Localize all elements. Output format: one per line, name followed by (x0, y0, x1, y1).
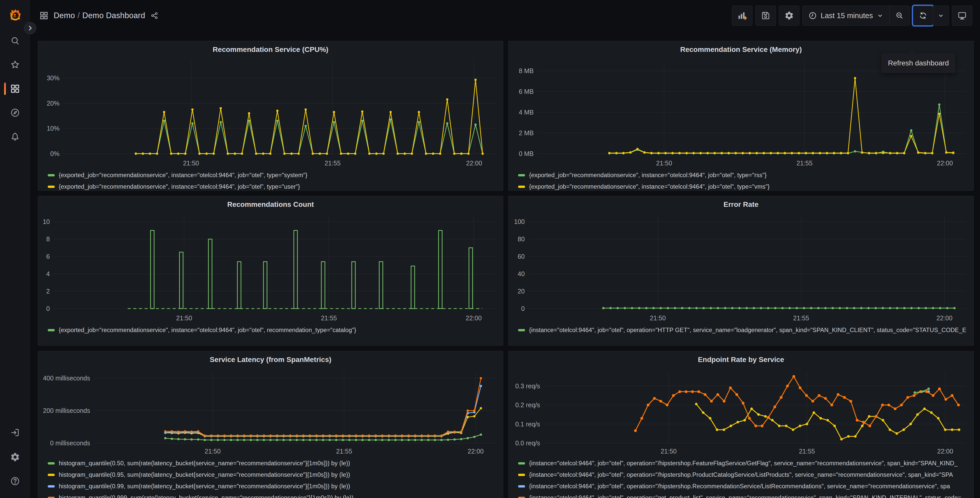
svg-text:21:50: 21:50 (650, 314, 666, 322)
legend-label: {exported_job="recommendationservice", i… (59, 183, 300, 190)
panel-title[interactable]: Recommendations Count (38, 196, 503, 212)
cycle-view-mode-button[interactable] (952, 6, 972, 26)
legend-label: histogram_quantile(0.99, sum(rate(latenc… (59, 483, 350, 490)
sidebar-expand-button[interactable] (24, 22, 36, 34)
time-series-chart[interactable]: 024681021:5021:5522:00 (38, 212, 503, 324)
legend-item[interactable]: {instance="otelcol:9464", job="otel", op… (518, 324, 974, 336)
svg-text:0 MB: 0 MB (519, 150, 534, 157)
panel-legend: histogram_quantile(0.50, sum(rate(latenc… (38, 458, 503, 498)
legend-label: {instance="otelcol:9464", job="otel", op… (529, 460, 958, 467)
svg-text:22:00: 22:00 (937, 314, 953, 322)
legend-label: histogram_quantile(0.999, sum(rate(laten… (59, 495, 353, 498)
sidebar-item-explore[interactable] (10, 108, 20, 118)
save-icon (761, 11, 770, 21)
svg-text:100: 100 (514, 218, 525, 225)
chevron-down-icon (937, 12, 945, 19)
sidebar-active-indicator (4, 83, 6, 95)
compass-icon (10, 108, 20, 118)
sidebar-item-starred[interactable] (10, 59, 20, 70)
svg-text:10%: 10% (47, 125, 59, 132)
sidebar-item-alerting[interactable] (10, 132, 20, 142)
sidebar-item-help[interactable] (10, 476, 20, 486)
add-panel-button[interactable] (732, 6, 752, 26)
legend-label: {instance="otelcol:9464", job="otel", op… (529, 327, 966, 334)
svg-text:0.2 req/s: 0.2 req/s (515, 401, 540, 409)
legend-item[interactable]: histogram_quantile(0.50, sum(rate(latenc… (48, 458, 503, 469)
legend-swatch-icon (518, 497, 525, 498)
svg-text:22:00: 22:00 (937, 448, 953, 455)
panel-legend: {exported_job="recommendationservice", i… (508, 169, 974, 191)
time-series-chart[interactable]: 0 milliseconds200 milliseconds400 millis… (38, 367, 503, 457)
share-dashboard-icon[interactable] (151, 12, 158, 19)
legend-item[interactable]: {instance="otelcol:9464", job="otel", op… (518, 492, 974, 498)
sidebar-item-search[interactable] (10, 36, 20, 46)
svg-text:2 MB: 2 MB (519, 129, 534, 137)
sidebar-item-configuration[interactable] (10, 452, 20, 462)
time-range-picker[interactable]: Last 15 minutes (803, 6, 889, 25)
dashboard-settings-button[interactable] (779, 6, 799, 26)
search-icon (10, 36, 20, 46)
svg-text:6: 6 (46, 253, 50, 260)
breadcrumb-page[interactable]: Demo Dashboard (82, 11, 145, 20)
time-series-chart[interactable]: 0 MB2 MB4 MB6 MB8 MB21:5021:5522:00 (508, 57, 974, 169)
panel-title[interactable]: Service Latency (from SpanMetrics) (38, 351, 503, 367)
panel-title[interactable]: Error Rate (508, 196, 974, 212)
monitor-icon (957, 11, 967, 21)
time-series-chart[interactable]: 0%10%20%30%21:5021:5522:00 (38, 57, 503, 169)
svg-text:4: 4 (46, 270, 50, 278)
legend-item[interactable]: histogram_quantile(0.95, sum(rate(latenc… (48, 469, 503, 480)
legend-label: {exported_job="recommendationservice", i… (59, 327, 356, 334)
legend-item[interactable]: {instance="otelcol:9464", job="otel", op… (518, 469, 974, 480)
sign-in-icon (10, 428, 20, 438)
zoom-out-icon (895, 11, 904, 20)
grafana-logo[interactable] (8, 8, 22, 22)
svg-text:21:55: 21:55 (336, 448, 352, 455)
svg-text:10: 10 (43, 218, 50, 225)
svg-text:21:55: 21:55 (325, 160, 341, 167)
legend-item[interactable]: {exported_job="recommendationservice", i… (518, 181, 974, 191)
save-dashboard-button[interactable] (756, 6, 776, 26)
legend-item[interactable]: {instance="otelcol:9464", job="otel", op… (518, 458, 974, 469)
legend-label: {exported_job="recommendationservice", i… (529, 172, 767, 179)
legend-item[interactable]: {exported_job="recommendationservice", i… (48, 324, 503, 336)
breadcrumb-section[interactable]: Demo (54, 11, 75, 20)
panel-legend: {instance="otelcol:9464", job="otel", op… (508, 458, 974, 498)
svg-text:21:55: 21:55 (321, 314, 337, 322)
legend-swatch-icon (48, 485, 55, 487)
legend-item[interactable]: {exported_job="recommendationservice", i… (48, 169, 503, 181)
zoom-out-time-button[interactable] (889, 6, 910, 25)
sidebar-item-dashboards[interactable] (10, 84, 20, 94)
panel-title[interactable]: Recommendation Service (CPU%) (38, 41, 503, 57)
legend-label: {exported_job="recommendationservice", i… (59, 172, 307, 179)
legend-item[interactable]: {exported_job="recommendationservice", i… (518, 169, 974, 181)
svg-text:22:00: 22:00 (937, 160, 953, 167)
legend-item[interactable]: {instance="otelcol:9464", job="otel", op… (518, 480, 974, 492)
svg-text:22:00: 22:00 (466, 160, 482, 167)
legend-item[interactable]: histogram_quantile(0.99, sum(rate(latenc… (48, 480, 503, 492)
svg-text:0: 0 (46, 305, 50, 312)
legend-swatch-icon (48, 474, 55, 476)
legend-swatch-icon (48, 497, 55, 498)
refresh-dashboard-button[interactable] (913, 6, 933, 25)
svg-text:400 milliseconds: 400 milliseconds (43, 375, 90, 381)
legend-swatch-icon (48, 174, 55, 176)
svg-text:30%: 30% (47, 74, 59, 81)
time-series-chart[interactable]: 02040608010021:5021:5522:00 (508, 212, 974, 324)
sidebar (0, 0, 30, 498)
panel-title[interactable]: Endpoint Rate by Service (508, 351, 974, 367)
legend-label: {instance="otelcol:9464", job="otel", op… (529, 495, 961, 498)
svg-text:80: 80 (518, 235, 525, 243)
legend-item[interactable]: {exported_job="recommendationservice", i… (48, 181, 503, 191)
legend-label: {exported_job="recommendationservice", i… (529, 183, 770, 190)
tooltip-text: Refresh dashboard (888, 59, 949, 67)
sidebar-item-sign-in[interactable] (10, 428, 20, 438)
tooltip-arrow (908, 49, 916, 54)
legend-item[interactable]: histogram_quantile(0.999, sum(rate(laten… (48, 492, 503, 498)
time-series-chart[interactable]: 0.0 req/s0.1 req/s0.2 req/s0.3 req/s21:5… (508, 367, 974, 457)
time-range-label: Last 15 minutes (821, 11, 873, 20)
svg-text:0%: 0% (50, 150, 59, 157)
refresh-icon (919, 11, 928, 20)
refresh-interval-dropdown[interactable] (933, 6, 948, 25)
panel-legend: {exported_job="recommendationservice", i… (38, 169, 503, 191)
breadcrumb[interactable]: Demo/Demo Dashboard (54, 11, 145, 20)
